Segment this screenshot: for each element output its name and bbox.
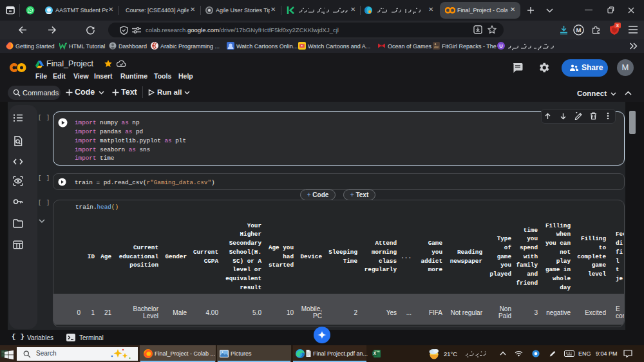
svg-text:X: X <box>374 351 377 356</box>
svg-text:U: U <box>499 43 502 49</box>
svg-text:M: M <box>576 26 582 33</box>
